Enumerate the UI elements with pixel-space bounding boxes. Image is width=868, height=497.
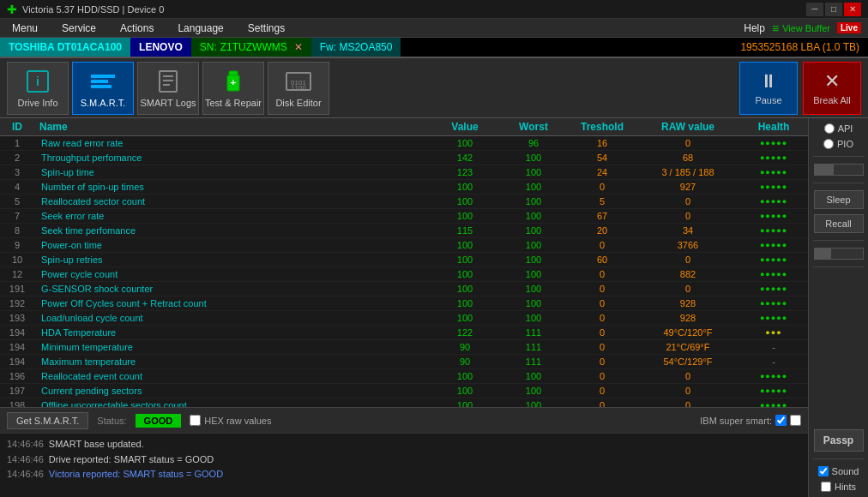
table-row[interactable]: 5 Reallocated sector count 100 100 5 0 ●… — [0, 195, 808, 209]
hints-checkbox[interactable] — [821, 482, 831, 492]
cell-id: 198 — [0, 399, 34, 407]
panel-divider-1 — [813, 156, 865, 157]
smart-button[interactable]: S.M.A.R.T. — [72, 62, 134, 115]
table-row[interactable]: 194 Minimum temperature 90 111 0 21°C/69… — [0, 340, 808, 355]
ibm-check2[interactable] — [790, 415, 801, 426]
api-radio-group: API — [824, 123, 853, 134]
cell-id: 7 — [0, 210, 34, 222]
table-row[interactable]: 8 Seek time perfomance 115 100 20 34 ●●●… — [0, 224, 808, 238]
passp-button[interactable]: Passp — [814, 429, 864, 452]
smartlogs-label: SMART Logs — [140, 98, 196, 108]
cell-name: Spin-up time — [34, 166, 431, 178]
status-value: GOOD — [136, 414, 182, 428]
minimize-button[interactable]: ─ — [806, 3, 823, 16]
api-radio[interactable] — [824, 123, 835, 134]
svg-text:1100: 1100 — [291, 84, 306, 92]
help-button[interactable]: Help — [744, 22, 765, 34]
log-entry: 14:46:46SMART base updated. — [7, 437, 801, 452]
drive-sn-section: SN: Z1TUZWWMS ✕ — [191, 38, 311, 57]
pause-button[interactable]: ⏸ Pause — [739, 62, 798, 115]
drive-name[interactable]: TOSHIBA DT01ACA100 — [0, 38, 130, 57]
close-button[interactable]: ✕ — [844, 3, 861, 16]
cell-id: 197 — [0, 385, 34, 397]
table-row[interactable]: 3 Spin-up time 123 100 24 3 / 185 / 188 … — [0, 165, 808, 180]
table-row[interactable]: 197 Current pending sectors 100 100 0 0 … — [0, 384, 808, 398]
sleep-button[interactable]: Sleep — [814, 190, 864, 209]
cell-threshold: 54 — [568, 152, 636, 164]
hex-checkbox-group: HEX raw values — [190, 415, 271, 426]
table-body: 1 Raw read error rate 100 96 16 0 ●●●●● … — [0, 136, 808, 407]
ibm-check1[interactable] — [775, 415, 787, 426]
table-row[interactable]: 12 Power cycle count 100 100 0 882 ●●●●● — [0, 267, 808, 282]
status-label: Status: — [97, 416, 126, 426]
cell-health: ●●●●● — [739, 385, 808, 397]
breakall-button[interactable]: ✕ Break All — [803, 62, 861, 115]
table-scroll[interactable]: 1 Raw read error rate 100 96 16 0 ●●●●● … — [0, 136, 808, 407]
smartlogs-button[interactable]: SMART Logs — [137, 62, 199, 115]
cell-raw: 928 — [636, 312, 739, 324]
hex-checkbox[interactable] — [190, 415, 201, 426]
cell-id: 192 — [0, 297, 34, 309]
menu-language[interactable]: Language — [166, 21, 235, 36]
cell-health: ●●●●● — [739, 195, 808, 207]
table-row[interactable]: 4 Number of spin-up times 100 100 0 927 … — [0, 180, 808, 195]
table-row[interactable]: 191 G-SENSOR shock counter 100 100 0 0 ●… — [0, 282, 808, 296]
svg-text:i: i — [36, 75, 39, 88]
table-header: ID Name Value Worst Treshold RAW value H… — [0, 118, 808, 136]
cell-worst: 100 — [499, 399, 568, 407]
menu-menu[interactable]: Menu — [0, 21, 50, 36]
log-timestamp: 14:46:46 — [7, 439, 44, 449]
cell-id: 10 — [0, 254, 34, 266]
cell-worst: 100 — [499, 385, 568, 397]
cell-threshold: 0 — [568, 181, 636, 193]
cell-value: 90 — [431, 356, 499, 368]
table-row[interactable]: 7 Seek error rate 100 100 67 0 ●●●●● — [0, 209, 808, 224]
fw-label: Fw: — [320, 41, 336, 53]
cell-id: 9 — [0, 239, 34, 251]
cell-worst: 100 — [499, 225, 568, 237]
cell-value: 100 — [431, 385, 499, 397]
cell-id: 5 — [0, 195, 34, 207]
table-row[interactable]: 194 Maximum temperature 90 111 0 54°C/12… — [0, 355, 808, 369]
sound-checkbox[interactable] — [818, 466, 829, 476]
menu-settings[interactable]: Settings — [236, 21, 297, 36]
cell-health: - — [739, 341, 808, 353]
smartlogs-icon — [154, 68, 182, 95]
table-row[interactable]: 10 Spin-up retries 100 100 60 0 ●●●●● — [0, 253, 808, 267]
cell-id: 196 — [0, 370, 34, 382]
maximize-button[interactable]: □ — [825, 3, 842, 16]
testrepair-button[interactable]: + Test & Repair — [202, 62, 264, 115]
sn-close-icon[interactable]: ✕ — [294, 41, 303, 53]
table-row[interactable]: 198 Offline uncorrectable sectors count … — [0, 398, 808, 407]
table-row[interactable]: 2 Throughput perfomance 142 100 54 68 ●●… — [0, 151, 808, 165]
table-row[interactable]: 1 Raw read error rate 100 96 16 0 ●●●●● — [0, 136, 808, 151]
table-row[interactable]: 9 Power-on time 100 100 0 3766 ●●●●● — [0, 238, 808, 253]
table-row[interactable]: 192 Power Off Cycles count + Retract cou… — [0, 296, 808, 311]
menu-bar-right: Help ≡ View Buffer Live — [744, 21, 868, 35]
cell-value: 100 — [431, 370, 499, 382]
view-buffer[interactable]: ≡ View Buffer — [772, 21, 830, 35]
menu-service[interactable]: Service — [50, 21, 108, 36]
sound-label: Sound — [832, 466, 859, 476]
drive-vendor[interactable]: LENOVO — [130, 38, 191, 57]
table-row[interactable]: 194 HDA Temperature 122 111 0 49°C/120°F… — [0, 326, 808, 340]
diskeditor-button[interactable]: 01011100 Disk Editor — [268, 62, 329, 115]
ibm-smart-section: IBM super smart: — [700, 415, 801, 426]
cell-name: Reallocated sector count — [34, 195, 431, 207]
table-row[interactable]: 196 Reallocated event count 100 100 0 0 … — [0, 369, 808, 384]
table-row[interactable]: 193 Load/unload cycle count 100 100 0 92… — [0, 311, 808, 326]
cell-id: 3 — [0, 166, 34, 178]
cell-raw: 927 — [636, 181, 739, 193]
progress-bar-2 — [814, 248, 864, 260]
toolbar: i Drive Info S.M.A.R.T. SMART Logs + Tes… — [0, 58, 868, 118]
get-smart-button[interactable]: Get S.M.A.R.T. — [7, 412, 88, 429]
menu-actions[interactable]: Actions — [108, 21, 166, 36]
app-title: Victoria 5.37 HDD/SSD | Device 0 — [22, 4, 164, 15]
pio-radio[interactable] — [823, 139, 834, 149]
pio-label: PIO — [837, 139, 853, 149]
recall-button[interactable]: Recall — [814, 214, 864, 233]
cell-value: 90 — [431, 341, 499, 353]
driveinfo-button[interactable]: i Drive Info — [7, 62, 69, 115]
cell-health: ●●●●● — [739, 312, 808, 324]
cell-name: Reallocated event count — [34, 370, 431, 382]
